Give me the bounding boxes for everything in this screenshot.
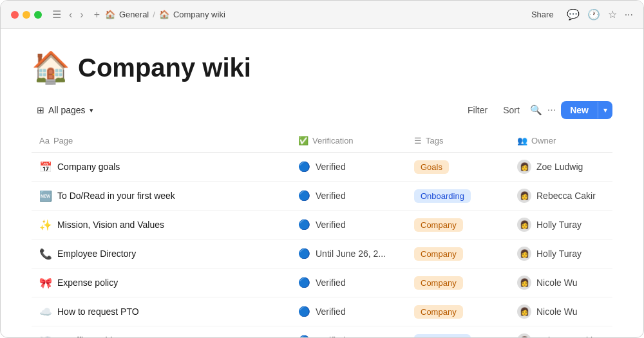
row-tag-cell: Onboarding bbox=[406, 183, 509, 209]
minimize-button[interactable] bbox=[23, 11, 30, 19]
history-icon[interactable]: 🕐 bbox=[587, 8, 600, 21]
row-tag-cell: Company bbox=[406, 299, 509, 324]
row-emoji: 📞 bbox=[39, 248, 52, 260]
nav-buttons: ‹ › bbox=[66, 8, 86, 22]
table-row[interactable]: 🗺️ SF office guide 🔵 Verified Onboarding… bbox=[32, 326, 612, 338]
row-tag-cell: Onboarding bbox=[406, 328, 509, 338]
tag-badge[interactable]: Company bbox=[414, 305, 463, 319]
page-title: Company wiki bbox=[78, 53, 251, 82]
options-icon[interactable]: ··· bbox=[547, 104, 556, 116]
back-button[interactable]: ‹ bbox=[66, 8, 75, 22]
sort-button[interactable]: Sort bbox=[498, 102, 525, 118]
row-emoji: 🎀 bbox=[39, 277, 52, 289]
row-owner-cell: 👩 Rebecca Cakir bbox=[509, 328, 612, 338]
tag-badge[interactable]: Company bbox=[414, 218, 463, 232]
table-row[interactable]: ✨ Mission, Vision and Values 🔵 Verified … bbox=[32, 211, 612, 239]
row-owner-cell: 👩 Nicole Wu bbox=[509, 270, 612, 296]
th-page: Aa Page bbox=[32, 133, 290, 148]
row-verification-cell: 🔵 Verified bbox=[290, 299, 406, 324]
table-header: Aa Page ✅ Verification ☰ Tags 👥 Owner bbox=[32, 129, 612, 153]
owner-name: Rebecca Cakir bbox=[536, 335, 596, 338]
owner-name: Nicole Wu bbox=[536, 277, 578, 288]
row-verification-cell: 🔵 Verified bbox=[290, 328, 406, 338]
all-pages-button[interactable]: ⊞ All pages ▾ bbox=[32, 102, 99, 118]
row-emoji: 🗺️ bbox=[39, 335, 52, 339]
verification-text: Verified bbox=[316, 277, 346, 288]
row-verification-cell: 🔵 Verified bbox=[290, 154, 406, 180]
forward-button[interactable]: › bbox=[77, 8, 86, 22]
new-button[interactable]: New bbox=[561, 101, 598, 119]
verified-icon: 🔵 bbox=[298, 277, 310, 288]
tag-badge[interactable]: Company bbox=[414, 276, 463, 290]
row-tag-cell: Company bbox=[406, 270, 509, 296]
avatar: 👩 bbox=[517, 333, 531, 338]
verification-text: Verified bbox=[316, 220, 346, 230]
avatar: 👩 bbox=[517, 247, 531, 261]
row-page-cell: 🆕 To Do/Read in your first week bbox=[32, 183, 290, 209]
fullscreen-button[interactable] bbox=[34, 11, 42, 19]
row-verification-cell: 🔵 Verified bbox=[290, 270, 406, 296]
breadcrumb-general[interactable]: General bbox=[119, 10, 149, 19]
tag-badge[interactable]: Onboarding bbox=[414, 189, 471, 203]
row-name: How to request PTO bbox=[57, 306, 139, 317]
owner-col-icon: 👥 bbox=[517, 136, 527, 146]
add-tab-button[interactable]: + bbox=[94, 9, 100, 21]
traffic-lights bbox=[11, 11, 42, 19]
row-page-cell: ✨ Mission, Vision and Values bbox=[32, 212, 290, 238]
verified-icon: 🔵 bbox=[298, 190, 310, 202]
verified-icon: 🔵 bbox=[298, 335, 310, 338]
new-button-arrow[interactable]: ▾ bbox=[598, 102, 612, 118]
page-col-label: Page bbox=[53, 136, 73, 146]
close-button[interactable] bbox=[11, 11, 19, 19]
row-name: Employee Directory bbox=[57, 249, 136, 259]
row-emoji: ☁️ bbox=[39, 306, 52, 318]
owner-name: Holly Turay bbox=[536, 249, 582, 259]
page-title-section: 🏠 Company wiki bbox=[32, 50, 612, 86]
table-row[interactable]: 🎀 Expense policy 🔵 Verified Company 👩 Ni… bbox=[32, 268, 612, 297]
row-owner-cell: 👩 Rebecca Cakir bbox=[509, 183, 612, 209]
more-icon[interactable]: ··· bbox=[625, 9, 633, 21]
tag-badge[interactable]: Company bbox=[414, 247, 463, 261]
avatar: 👩 bbox=[517, 276, 531, 290]
row-verification-cell: 🔵 Verified bbox=[290, 183, 406, 209]
verification-col-icon: ✅ bbox=[298, 136, 308, 146]
tag-badge[interactable]: Onboarding bbox=[414, 334, 471, 339]
toolbar-right: Filter Sort 🔍 ··· New ▾ bbox=[462, 101, 612, 119]
star-icon[interactable]: ☆ bbox=[608, 8, 617, 21]
table-row[interactable]: 📞 Employee Directory 🔵 Until June 26, 2.… bbox=[32, 239, 612, 268]
row-name: Company goals bbox=[57, 162, 120, 172]
search-icon[interactable]: 🔍 bbox=[530, 104, 542, 116]
titlebar: ☰ ‹ › + 🏠 General / 🏠 Company wiki Share… bbox=[1, 1, 643, 29]
row-owner-cell: 👩 Holly Turay bbox=[509, 212, 612, 238]
titlebar-actions: Share 💬 🕐 ☆ ··· bbox=[526, 7, 633, 22]
table-body: 📅 Company goals 🔵 Verified Goals 👩 Zoe L… bbox=[32, 153, 612, 338]
row-owner-cell: 👩 Holly Turay bbox=[509, 241, 612, 267]
th-owner: 👥 Owner bbox=[509, 133, 612, 148]
row-emoji: 🆕 bbox=[39, 190, 52, 202]
breadcrumb: 🏠 General / 🏠 Company wiki bbox=[105, 10, 521, 19]
toolbar: ⊞ All pages ▾ Filter Sort 🔍 ··· New ▾ bbox=[32, 101, 612, 119]
table-icon: ⊞ bbox=[37, 105, 44, 115]
row-name: SF office guide bbox=[57, 335, 117, 338]
filter-button[interactable]: Filter bbox=[462, 102, 493, 118]
verified-icon: 🔵 bbox=[298, 219, 310, 230]
tag-badge[interactable]: Goals bbox=[414, 160, 449, 174]
row-verification-cell: 🔵 Verified bbox=[290, 212, 406, 238]
comment-icon[interactable]: 💬 bbox=[567, 8, 580, 21]
table-row[interactable]: ☁️ How to request PTO 🔵 Verified Company… bbox=[32, 297, 612, 326]
row-page-cell: ☁️ How to request PTO bbox=[32, 299, 290, 324]
verification-text: Verified bbox=[316, 162, 346, 172]
row-page-cell: 📞 Employee Directory bbox=[32, 241, 290, 267]
all-pages-label: All pages bbox=[48, 105, 86, 115]
verification-text: Verified bbox=[316, 306, 346, 317]
table-row[interactable]: 📅 Company goals 🔵 Verified Goals 👩 Zoe L… bbox=[32, 153, 612, 182]
new-button-group: New ▾ bbox=[561, 101, 612, 119]
share-button[interactable]: Share bbox=[526, 7, 559, 22]
row-emoji: 📅 bbox=[39, 161, 52, 173]
table-row[interactable]: 🆕 To Do/Read in your first week 🔵 Verifi… bbox=[32, 182, 612, 211]
sidebar-toggle-icon[interactable]: ☰ bbox=[52, 8, 61, 21]
toolbar-left: ⊞ All pages ▾ bbox=[32, 102, 99, 118]
row-page-cell: 🗺️ SF office guide bbox=[32, 328, 290, 338]
avatar: 👩 bbox=[517, 305, 531, 319]
home-icon: 🏠 bbox=[105, 10, 115, 19]
